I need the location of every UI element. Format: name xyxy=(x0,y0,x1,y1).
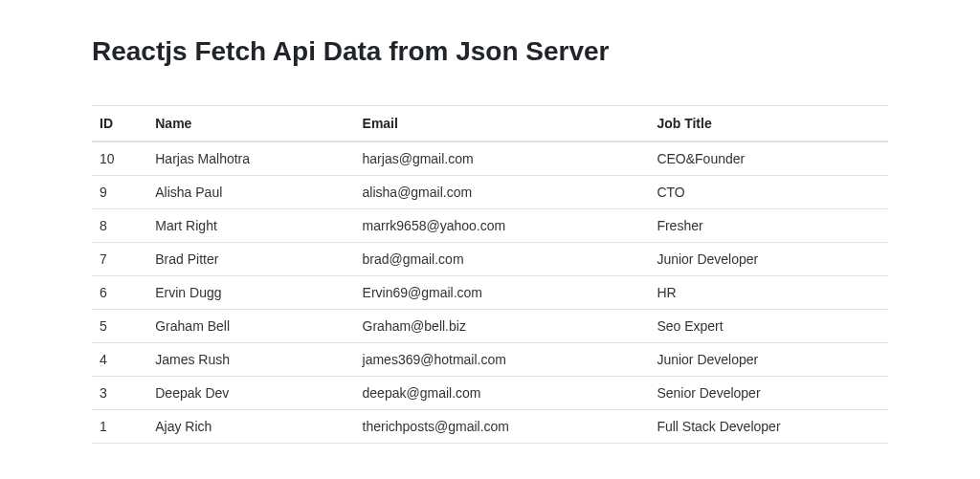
cell-name: Ajay Rich xyxy=(147,410,354,444)
col-header-job-title: Job Title xyxy=(649,106,888,142)
cell-name: Graham Bell xyxy=(147,310,354,343)
cell-job_title: CTO xyxy=(649,176,888,209)
cell-job_title: Senior Developer xyxy=(649,377,888,410)
cell-id: 6 xyxy=(92,276,147,310)
cell-job_title: Junior Developer xyxy=(649,343,888,377)
table-row: 3Deepak Devdeepak@gmail.comSenior Develo… xyxy=(92,377,888,410)
cell-email: Graham@bell.biz xyxy=(355,310,650,343)
cell-email: marrk9658@yahoo.com xyxy=(355,209,650,243)
cell-name: Deepak Dev xyxy=(147,377,354,410)
cell-name: Harjas Malhotra xyxy=(147,142,354,176)
page-title: Reactjs Fetch Api Data from Json Server xyxy=(92,36,888,67)
cell-job_title: CEO&Founder xyxy=(649,142,888,176)
cell-id: 8 xyxy=(92,209,147,243)
col-header-id: ID xyxy=(92,106,147,142)
cell-name: Brad Pitter xyxy=(147,243,354,276)
table-row: 8Mart Rightmarrk9658@yahoo.comFresher xyxy=(92,209,888,243)
cell-job_title: Seo Expert xyxy=(649,310,888,343)
cell-name: James Rush xyxy=(147,343,354,377)
cell-name: Ervin Dugg xyxy=(147,276,354,310)
table-row: 6Ervin DuggErvin69@gmail.comHR xyxy=(92,276,888,310)
cell-name: Mart Right xyxy=(147,209,354,243)
cell-id: 10 xyxy=(92,142,147,176)
data-table: ID Name Email Job Title 10Harjas Malhotr… xyxy=(92,105,888,444)
table-row: 10Harjas Malhotraharjas@gmail.comCEO&Fou… xyxy=(92,142,888,176)
cell-id: 7 xyxy=(92,243,147,276)
cell-email: therichposts@gmail.com xyxy=(355,410,650,444)
cell-email: alisha@gmail.com xyxy=(355,176,650,209)
cell-id: 5 xyxy=(92,310,147,343)
table-row: 4James Rushjames369@hotmail.comJunior De… xyxy=(92,343,888,377)
col-header-name: Name xyxy=(147,106,354,142)
table-row: 5Graham BellGraham@bell.bizSeo Expert xyxy=(92,310,888,343)
col-header-email: Email xyxy=(355,106,650,142)
cell-email: harjas@gmail.com xyxy=(355,142,650,176)
cell-id: 4 xyxy=(92,343,147,377)
table-row: 1Ajay Richtherichposts@gmail.comFull Sta… xyxy=(92,410,888,444)
cell-id: 9 xyxy=(92,176,147,209)
table-header-row: ID Name Email Job Title xyxy=(92,106,888,142)
cell-job_title: Fresher xyxy=(649,209,888,243)
cell-job_title: HR xyxy=(649,276,888,310)
table-row: 7Brad Pitterbrad@gmail.comJunior Develop… xyxy=(92,243,888,276)
cell-email: james369@hotmail.com xyxy=(355,343,650,377)
cell-job_title: Junior Developer xyxy=(649,243,888,276)
cell-id: 3 xyxy=(92,377,147,410)
cell-email: Ervin69@gmail.com xyxy=(355,276,650,310)
cell-job_title: Full Stack Developer xyxy=(649,410,888,444)
cell-name: Alisha Paul xyxy=(147,176,354,209)
cell-id: 1 xyxy=(92,410,147,444)
cell-email: brad@gmail.com xyxy=(355,243,650,276)
table-row: 9Alisha Paulalisha@gmail.comCTO xyxy=(92,176,888,209)
cell-email: deepak@gmail.com xyxy=(355,377,650,410)
